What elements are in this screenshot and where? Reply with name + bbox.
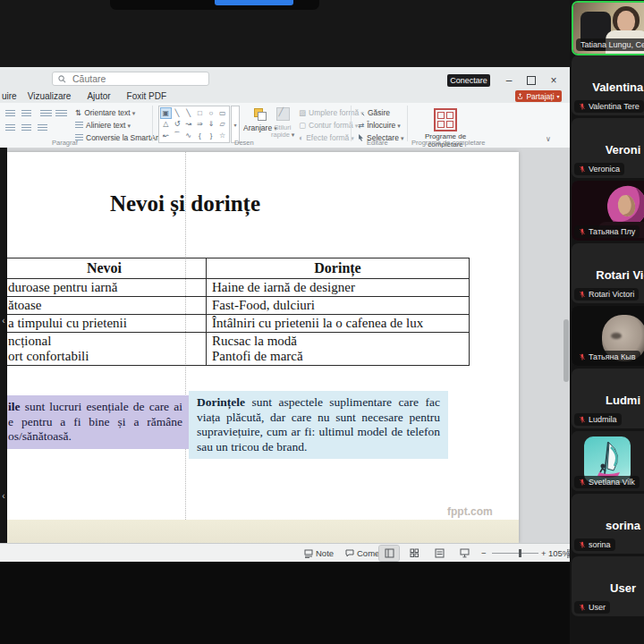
participant-name-label: User bbox=[574, 601, 610, 614]
reading-view-button[interactable] bbox=[429, 546, 449, 561]
participant-tile[interactable]: Valentina T Valentina Tere bbox=[572, 55, 644, 115]
shape-triangle[interactable]: △ bbox=[161, 119, 171, 129]
wants-definition-box: Dorințele sunt aspectele suplimentare ca… bbox=[189, 391, 448, 459]
shape-line-arrow[interactable]: ╲ bbox=[183, 108, 193, 118]
text-align-button[interactable]: Aliniere text bbox=[75, 121, 131, 130]
share-button[interactable]: Partajați ▾ bbox=[515, 90, 562, 102]
participant-name-label: Veronica bbox=[574, 163, 624, 175]
ribbon-separator bbox=[152, 106, 153, 141]
ribbon-separator bbox=[351, 106, 352, 141]
search-input[interactable] bbox=[71, 72, 191, 85]
participant-name-label: Ludmila bbox=[574, 413, 622, 426]
normal-view-icon bbox=[385, 548, 394, 558]
zoom-in-button[interactable]: + bbox=[541, 544, 547, 563]
text-orientation-button[interactable]: ⇅Orientare text bbox=[75, 108, 135, 117]
shape-outline-button[interactable]: ▢Contur formă bbox=[299, 121, 358, 130]
menu-item-ajutor[interactable]: Ajutor bbox=[87, 91, 110, 101]
table-cell: Haine de iarnă de designer bbox=[207, 279, 470, 297]
align-text-icon bbox=[75, 122, 83, 130]
participant-tile[interactable]: sorina sorina bbox=[572, 494, 644, 554]
menu-item-vizualizare[interactable]: Vizualizare bbox=[28, 91, 72, 101]
menu-item-revizuire[interactable]: uire bbox=[2, 91, 17, 101]
search-box[interactable] bbox=[52, 72, 209, 86]
menubar: uire Vizualizare Ajutor Foxit PDF bbox=[0, 89, 572, 103]
participant-tile[interactable]: Rotari Vic Rotari Victori bbox=[572, 243, 644, 303]
muted-mic-icon bbox=[579, 478, 586, 487]
numbered-list-icon[interactable] bbox=[21, 110, 31, 118]
shape-scribble[interactable]: ∿ bbox=[183, 131, 193, 140]
minimize-button[interactable]: – bbox=[501, 73, 517, 88]
connect-button[interactable]: Conectare bbox=[447, 74, 490, 87]
participants-panel: Tatiana Lungu, Ce Valentina T Valentina … bbox=[570, 0, 644, 644]
muted-mic-icon bbox=[579, 603, 586, 612]
zoom-slider-thumb[interactable] bbox=[519, 549, 521, 557]
shape-arrow-down[interactable]: ⇓ bbox=[206, 119, 216, 129]
participant-display-name: Valentina T bbox=[572, 80, 644, 94]
shape-star[interactable]: ☆ bbox=[217, 131, 227, 140]
participant-name-label: sorina bbox=[574, 538, 615, 551]
indent-increase-icon[interactable] bbox=[55, 110, 67, 118]
participant-tile-video[interactable]: Татьяна Плу bbox=[572, 181, 644, 241]
participant-tile-avatar[interactable]: Svetlana Vilk bbox=[572, 431, 644, 491]
participant-tile[interactable]: Veroni Veronica bbox=[572, 118, 644, 178]
notes-button[interactable]: Note bbox=[304, 544, 334, 563]
replace-button[interactable]: ⇄Înlocuire bbox=[358, 121, 401, 130]
chevron-down-icon: ▾ bbox=[557, 93, 560, 99]
indent-decrease-icon[interactable] bbox=[40, 110, 52, 118]
shape-textbox[interactable]: ▣ bbox=[161, 108, 171, 118]
collapse-ribbon-icon[interactable]: ∨ bbox=[546, 135, 551, 143]
shape-line[interactable]: ╲ bbox=[172, 108, 182, 118]
shape-arc[interactable]: ⌒ bbox=[172, 131, 182, 140]
table-row: duroase pentru iarnă Haine de iarnă de d… bbox=[7, 279, 470, 297]
comment-icon bbox=[345, 549, 354, 558]
slide-canvas: Nevoi și dorințe Nevoi Dorințe duroase p… bbox=[7, 152, 519, 543]
shape-gallery-more-button[interactable]: ▾ bbox=[231, 106, 240, 143]
close-button[interactable]: × bbox=[546, 73, 562, 88]
shape-elbow[interactable]: ↺ bbox=[172, 119, 182, 129]
shape-curve[interactable]: ↝ bbox=[183, 119, 193, 129]
shape-ellipse[interactable]: ○ bbox=[206, 108, 216, 118]
participant-name-label: Татьяна Плу bbox=[574, 225, 640, 238]
participant-tile[interactable]: Ludmi Ludmila bbox=[572, 369, 644, 428]
shape-effects-button[interactable]: ◐Efecte formă bbox=[299, 133, 354, 142]
normal-view-button[interactable] bbox=[379, 546, 399, 561]
muted-mic-icon bbox=[579, 290, 586, 299]
addins-icon bbox=[434, 108, 457, 131]
align-center-icon[interactable] bbox=[21, 124, 31, 132]
ribbon-separator bbox=[407, 106, 408, 141]
shape-fill-button[interactable]: ▨Umplere formă bbox=[299, 108, 364, 117]
shape-arrow-right[interactable]: ⇒ bbox=[195, 119, 205, 129]
menu-item-foxit-pdf[interactable]: Foxit PDF bbox=[127, 91, 166, 101]
muted-mic-icon bbox=[579, 102, 586, 111]
bullet-list-icon[interactable] bbox=[5, 110, 15, 118]
search-icon bbox=[58, 75, 66, 83]
muted-mic-icon bbox=[579, 415, 586, 424]
slide-sorter-view-button[interactable] bbox=[404, 546, 424, 561]
cursor-icon bbox=[358, 134, 364, 141]
participant-tile[interactable]: User User bbox=[572, 556, 644, 616]
find-button[interactable]: Găsire bbox=[358, 108, 390, 117]
quick-styles-icon bbox=[276, 107, 290, 121]
participant-display-name: Veroni bbox=[572, 143, 644, 157]
group-label-paragraf: Paragraf bbox=[52, 139, 78, 147]
shape-brace-right[interactable]: } bbox=[206, 131, 216, 140]
workspace-scrollbar-thumb[interactable] bbox=[564, 319, 569, 382]
participant-tile-video[interactable]: Tatiana Lungu, Ce bbox=[572, 1, 644, 55]
quick-styles-button[interactable]: Stiluri rapide bbox=[271, 107, 294, 139]
table-cell: Întâlniri cu prietenii la o cafenea de l… bbox=[207, 315, 470, 333]
shape-brace-left[interactable]: { bbox=[195, 131, 205, 140]
participant-tile-video[interactable]: Татьяна Кыв bbox=[572, 306, 644, 366]
shape-rounded-rect[interactable]: ▭ bbox=[217, 108, 227, 118]
panel-collapse-arrow-icon[interactable]: ‹ bbox=[0, 491, 7, 501]
zoom-slider[interactable] bbox=[492, 553, 538, 554]
zoom-out-button[interactable]: − bbox=[481, 544, 487, 563]
shape-freeform[interactable]: ↜ bbox=[161, 131, 171, 140]
align-right-icon[interactable] bbox=[38, 124, 47, 132]
panel-collapse-arrow-icon[interactable]: ‹ bbox=[0, 316, 7, 326]
slideshow-view-button[interactable] bbox=[454, 546, 474, 561]
maximize-button[interactable] bbox=[523, 73, 539, 88]
shape-rectangle[interactable]: □ bbox=[195, 108, 205, 118]
shape-gallery[interactable]: ▣ ╲ ╲ □ ○ ▭ △ ↺ ↝ ⇒ ⇓ ▱ ↜ ⌒ ∿ { } ☆ bbox=[158, 106, 230, 143]
align-left-icon[interactable] bbox=[5, 124, 15, 132]
shape-parallelogram[interactable]: ▱ bbox=[217, 119, 227, 129]
